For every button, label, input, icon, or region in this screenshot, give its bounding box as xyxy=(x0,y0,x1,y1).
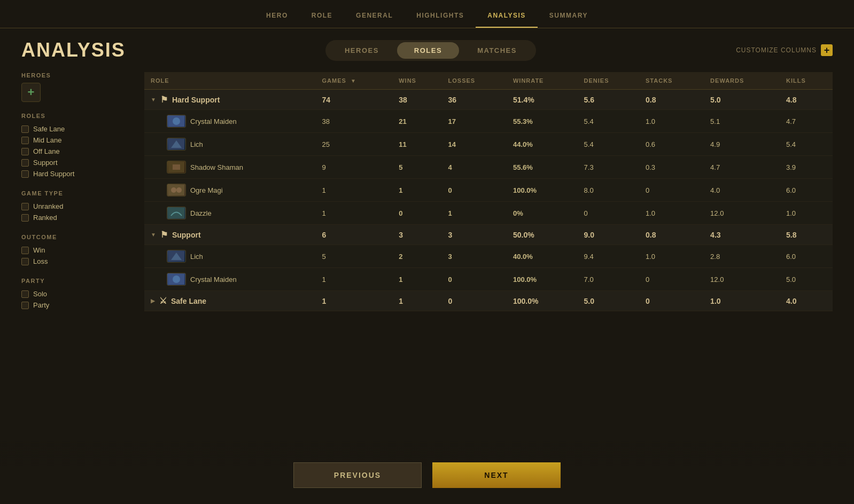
collapse-arrow-support[interactable]: ▼ xyxy=(151,232,156,238)
cm-s-games: 1 xyxy=(316,268,393,291)
group-row-safe-lane[interactable]: ▶ ⚔ Safe Lane 1 1 0 100.0% 5.0 0 1.0 4.0 xyxy=(144,291,833,311)
hero-name-cell-lich-s: Lich xyxy=(151,250,309,263)
cm-games: 38 xyxy=(316,110,393,133)
support-kills: 5.8 xyxy=(780,225,833,245)
tab-heroes[interactable]: HEROES xyxy=(328,42,396,59)
bottom-bar: PREVIOUS NEXT xyxy=(0,441,854,504)
safe-lane-kills: 4.0 xyxy=(780,291,833,311)
label-party: Party xyxy=(33,301,49,309)
checkbox-unranked[interactable] xyxy=(21,203,29,210)
hero-row-lich-hs[interactable]: Lich 25 11 14 44.0% 5.4 0.6 4.9 5.4 xyxy=(144,133,833,156)
checkbox-mid-lane[interactable] xyxy=(21,137,29,144)
nav-highlights[interactable]: HIGHLIGHTS xyxy=(405,6,476,28)
checkbox-off-lane[interactable] xyxy=(21,148,29,155)
checkbox-hard-support[interactable] xyxy=(21,170,29,178)
label-ranked: Ranked xyxy=(33,214,57,222)
filter-safe-lane[interactable]: Safe Lane xyxy=(21,123,128,135)
nav-summary[interactable]: SUMMARY xyxy=(538,6,600,28)
lich-s-denies: 9.4 xyxy=(578,245,639,268)
lich-hs-kills: 5.4 xyxy=(780,133,833,156)
support-label: Support xyxy=(172,231,201,239)
tab-group: HEROES ROLES MATCHES xyxy=(325,40,536,61)
ss-stacks: 0.3 xyxy=(639,156,704,179)
checkbox-safe-lane[interactable] xyxy=(21,125,29,133)
col-header-wins: WINS xyxy=(392,72,441,90)
svg-rect-9 xyxy=(168,208,184,218)
hero-row-crystal-maiden[interactable]: Crystal Maiden 38 21 17 55.3% 5.4 1.0 5.… xyxy=(144,110,833,133)
label-mid-lane: Mid Lane xyxy=(33,136,61,144)
nav-analysis[interactable]: ANALYSIS xyxy=(476,6,538,28)
filter-support[interactable]: Support xyxy=(21,157,128,168)
table-container: ROLE GAMES ▼ WINS LOSSES WINRATE DENIES … xyxy=(144,72,833,321)
lich-s-dewards: 2.8 xyxy=(704,245,780,268)
hero-row-dazzle[interactable]: Dazzle 1 0 1 0% 0 1.0 12.0 1.0 xyxy=(144,202,833,225)
group-row-hard-support[interactable]: ▼ ⚑ Hard Support 74 38 36 51.4% 5.6 0.8 … xyxy=(144,90,833,110)
dazzle-kills: 1.0 xyxy=(780,202,833,225)
lich-s-kills: 6.0 xyxy=(780,245,833,268)
safe-lane-losses: 0 xyxy=(442,291,507,311)
safe-lane-stacks: 0 xyxy=(639,291,704,311)
hard-support-kills: 4.8 xyxy=(780,90,833,110)
customize-columns-area: CUSTOMIZE COLUMNS + xyxy=(736,44,833,56)
hard-support-losses: 36 xyxy=(442,90,507,110)
filter-mid-lane[interactable]: Mid Lane xyxy=(21,135,128,146)
ss-denies: 7.3 xyxy=(578,156,639,179)
lich-hs-losses: 14 xyxy=(442,133,507,156)
checkbox-party[interactable] xyxy=(21,302,29,309)
collapse-arrow-hard-support[interactable]: ▼ xyxy=(151,97,156,103)
tab-matches[interactable]: MATCHES xyxy=(460,42,534,59)
top-nav: HERO ROLE GENERAL HIGHLIGHTS ANALYSIS SU… xyxy=(0,0,854,28)
hard-support-denies: 5.6 xyxy=(578,90,639,110)
lich-hs-dewards: 4.9 xyxy=(704,133,780,156)
next-button[interactable]: NEXT xyxy=(432,462,561,488)
filter-loss[interactable]: Loss xyxy=(21,256,128,267)
previous-button[interactable]: PREVIOUS xyxy=(293,462,422,488)
hero-name-cell-ss: Shadow Shaman xyxy=(151,161,309,174)
svg-point-1 xyxy=(173,117,180,125)
filter-unranked[interactable]: Unranked xyxy=(21,201,128,212)
checkbox-support[interactable] xyxy=(21,159,29,167)
checkbox-solo[interactable] xyxy=(21,290,29,298)
filter-solo[interactable]: Solo xyxy=(21,288,128,300)
dazzle-winrate: 0% xyxy=(507,202,578,225)
col-header-games[interactable]: GAMES ▼ xyxy=(316,72,393,90)
filter-hard-support[interactable]: Hard Support xyxy=(21,168,128,179)
nav-role[interactable]: ROLE xyxy=(300,6,344,28)
ogre-losses: 0 xyxy=(442,179,507,202)
filter-off-lane[interactable]: Off Lane xyxy=(21,146,128,157)
checkbox-win[interactable] xyxy=(21,247,29,254)
hero-row-lich-s[interactable]: Lich 5 2 3 40.0% 9.4 1.0 2.8 6.0 xyxy=(144,245,833,268)
hero-row-shadow-shaman[interactable]: Shadow Shaman 9 5 4 55.6% 7.3 0.3 4.7 3.… xyxy=(144,156,833,179)
add-hero-button[interactable]: + xyxy=(21,83,41,102)
hard-support-games: 74 xyxy=(316,90,393,110)
sidebar-party-section: PARTY Solo Party xyxy=(21,278,128,311)
customize-columns-button[interactable]: + xyxy=(821,44,833,56)
hero-row-cm-s[interactable]: Crystal Maiden 1 1 0 100.0% 7.0 0 12.0 5… xyxy=(144,268,833,291)
dazzle-dewards: 12.0 xyxy=(704,202,780,225)
nav-general[interactable]: GENERAL xyxy=(344,6,405,28)
nav-hero[interactable]: HERO xyxy=(254,6,300,28)
ss-wins: 5 xyxy=(392,156,441,179)
support-winrate: 50.0% xyxy=(507,225,578,245)
main-container: ANALYSIS HEROES ROLES MATCHES CUSTOMIZE … xyxy=(0,28,854,321)
hero-row-ogre-magi[interactable]: Ogre Magi 1 1 0 100.0% 8.0 0 4.0 6.0 xyxy=(144,179,833,202)
hero-name-cell-dazzle: Dazzle xyxy=(151,207,309,219)
ogre-winrate: 100.0% xyxy=(507,179,578,202)
checkbox-loss[interactable] xyxy=(21,258,29,265)
cm-kills: 4.7 xyxy=(780,110,833,133)
filter-win[interactable]: Win xyxy=(21,245,128,256)
filter-party[interactable]: Party xyxy=(21,300,128,311)
checkbox-ranked[interactable] xyxy=(21,214,29,222)
collapse-arrow-safe-lane[interactable]: ▶ xyxy=(151,298,155,304)
filter-ranked[interactable]: Ranked xyxy=(21,212,128,223)
group-row-support[interactable]: ▼ ⚑ Support 6 3 3 50.0% 9.0 0.8 4.3 5.8 xyxy=(144,225,833,245)
sidebar-roles-section: ROLES Safe Lane Mid Lane Off Lane Suppor… xyxy=(21,113,128,179)
ogre-stacks: 0 xyxy=(639,179,704,202)
support-wins: 3 xyxy=(392,225,441,245)
support-stacks: 0.8 xyxy=(639,225,704,245)
tab-roles[interactable]: ROLES xyxy=(397,42,459,59)
hero-name-cell-ogre: Ogre Magi xyxy=(151,184,309,196)
ss-kills: 3.9 xyxy=(780,156,833,179)
hard-support-winrate: 51.4% xyxy=(507,90,578,110)
cm-dewards: 5.1 xyxy=(704,110,780,133)
